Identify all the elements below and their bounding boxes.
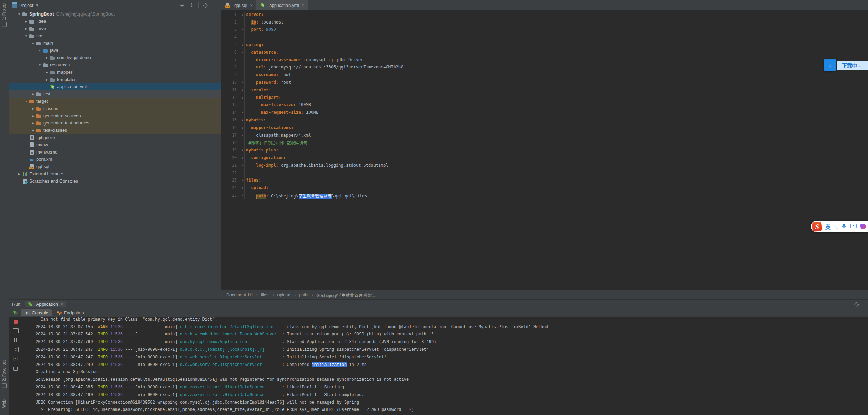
fold-marker-icon[interactable]: ∨	[239, 178, 246, 182]
chevron-right-icon[interactable]: ▶	[30, 129, 36, 132]
run-tab-application[interactable]: Application ×	[25, 301, 66, 307]
fold-marker-icon[interactable]: ∨	[239, 156, 246, 159]
tree-item-application-yml[interactable]: application.yml	[9, 83, 221, 90]
tree-item-generated-test-sources[interactable]: ▶generated-test-sources	[9, 119, 221, 127]
tree-item-mapper[interactable]: ▶mapper	[9, 68, 221, 76]
fold-marker-icon[interactable]: ∨	[239, 186, 246, 190]
fold-marker-icon[interactable]: ∨	[239, 148, 246, 152]
minimize-icon[interactable]: —	[859, 1, 865, 7]
breadcrumb-item[interactable]: files:	[261, 293, 270, 297]
breadcrumb-item[interactable]: G:\shejing\学生就业管理系统\...	[316, 292, 376, 298]
stop-icon[interactable]	[14, 320, 18, 324]
stripe-item-favorites[interactable]: 2: Favorites	[2, 360, 7, 388]
chevron-right-icon[interactable]: ▶	[30, 92, 36, 96]
stripe-item-project[interactable]: 1: Project	[2, 3, 7, 27]
locate-file-icon[interactable]: ⊕	[178, 2, 186, 8]
chevron-right-icon[interactable]: ▶	[30, 107, 36, 110]
fold-marker-icon[interactable]: ∧	[239, 194, 246, 197]
chevron-down-icon[interactable]: ▼	[37, 49, 43, 52]
tree-item-classes[interactable]: ▶classes	[9, 105, 221, 112]
tree-item-target[interactable]: ▼target	[9, 98, 221, 105]
sogou-logo-icon[interactable]: S	[812, 222, 822, 232]
fold-marker-icon[interactable]: ∨	[239, 13, 246, 16]
ime-punctuation-toggle[interactable]: ·,	[834, 224, 838, 230]
tree-item-label: qql.sql	[36, 164, 49, 169]
chevron-right-icon[interactable]: ▶	[44, 78, 50, 81]
tree-item-resources[interactable]: ▼resources	[9, 61, 221, 68]
tree-item-mvn[interactable]: ▶.mvn	[9, 25, 221, 32]
tree-item-mvnw-cmd[interactable]: mvnw.cmd	[9, 148, 221, 156]
tree-item-generated-sources[interactable]: ▶generated-sources	[9, 112, 221, 119]
keyboard-icon[interactable]	[850, 224, 857, 229]
hide-panel-icon[interactable]: —	[211, 2, 219, 8]
tab-endpoints[interactable]: Endpoints	[53, 309, 87, 316]
settings-icon[interactable]	[13, 357, 18, 361]
rerun-icon[interactable]: ↻	[11, 310, 20, 316]
tree-item-idea[interactable]: ▶.idea	[9, 18, 221, 25]
gear-icon[interactable]	[853, 301, 860, 307]
fold-marker-icon[interactable]: ∨	[239, 126, 246, 129]
chevron-right-icon[interactable]: ▶	[30, 114, 36, 118]
fold-marker-icon[interactable]: ∧	[239, 28, 246, 31]
close-icon[interactable]: ×	[250, 3, 253, 8]
editor-tab-qql-sql[interactable]: qql.sql ×	[221, 0, 256, 10]
close-icon[interactable]: ×	[60, 302, 63, 307]
tree-item-src[interactable]: ▼src	[9, 32, 221, 39]
tree-item-com-hy-qql-demo[interactable]: ▶com.hy.qql.demo	[9, 54, 221, 61]
breadcrumb-item[interactable]: path:	[299, 293, 309, 297]
fold-marker-icon[interactable]: ∨	[239, 96, 246, 99]
chevron-right-icon[interactable]: ▶	[44, 56, 50, 59]
chevron-down-icon[interactable]: ▼	[30, 42, 36, 45]
microphone-icon[interactable]	[841, 223, 847, 230]
tree-item-qql-sql[interactable]: qql.sql	[9, 163, 221, 170]
fold-marker-icon[interactable]: ∧	[239, 164, 246, 167]
fold-marker-icon[interactable]: ∧	[239, 111, 246, 114]
tree-item-main[interactable]: ▼main	[9, 39, 221, 47]
breadcrumb-item[interactable]: Document 1/1	[226, 293, 253, 297]
fold-marker-icon[interactable]: ∨	[239, 43, 246, 46]
chevron-down-icon[interactable]: ▼	[23, 100, 29, 103]
stripe-item-web[interactable]: Web	[2, 399, 7, 408]
fold-marker-icon[interactable]: ∧	[239, 81, 246, 84]
chevron-down-icon[interactable]: ▼	[16, 12, 22, 16]
console-output[interactable]: Can not find table primary key in Class:…	[21, 316, 868, 415]
gear-icon[interactable]	[201, 2, 209, 8]
tree-item-templates[interactable]: ▶templates	[9, 76, 221, 83]
chevron-down-icon[interactable]: ▼	[35, 3, 39, 7]
fold-marker-icon[interactable]: ∨	[239, 50, 246, 54]
chevron-right-icon[interactable]: ▶	[44, 71, 50, 74]
tree-item-label: .gitignore	[36, 135, 55, 140]
chevron-right-icon[interactable]: ▶	[23, 20, 29, 23]
tree-item-java[interactable]: ▼java	[9, 47, 221, 54]
pause-output-icon[interactable]	[13, 338, 18, 342]
ime-language-toggle[interactable]: 英	[825, 223, 831, 230]
tree-item-test-classes[interactable]: ▶test-classes	[9, 127, 221, 134]
chevron-right-icon[interactable]: ▶	[16, 172, 22, 176]
clear-icon[interactable]	[13, 367, 18, 371]
tree-item-external-libraries[interactable]: ▶External Libraries	[9, 170, 221, 177]
tree-item-gitignore[interactable]: .gitignore	[9, 134, 221, 141]
chevron-down-icon[interactable]: ▼	[23, 34, 29, 38]
restore-layout-icon[interactable]	[13, 328, 19, 333]
ime-skin-icon[interactable]	[860, 224, 866, 229]
fold-marker-icon[interactable]: ∧	[239, 133, 246, 137]
breadcrumb-item[interactable]: upload:	[277, 293, 292, 297]
tree-item-mvnw[interactable]: mvnw	[9, 141, 221, 148]
download-button[interactable]: ↓	[824, 59, 836, 71]
fold-marker-icon[interactable]: ∨	[239, 118, 246, 122]
tree-item-springboot[interactable]: ▼SpringBootG:\shejing\qql-qql\SpringBoot	[9, 10, 221, 18]
collapse-all-icon[interactable]: ⇕	[188, 2, 196, 8]
tree-item-scratches-and-consoles[interactable]: Scratches and Consoles	[9, 177, 221, 185]
code-editor[interactable]: 1∨server:2 ip: localhost3∧ port: 909045∨…	[221, 11, 868, 199]
chevron-down-icon[interactable]: ▼	[37, 63, 43, 67]
close-icon[interactable]: ×	[302, 3, 304, 8]
fold-marker-icon[interactable]: ∨	[239, 88, 246, 92]
screenshot-icon[interactable]	[13, 347, 19, 352]
editor-tab-application-yml[interactable]: application.yml ×	[256, 0, 308, 10]
tree-item-test[interactable]: ▶test	[9, 90, 221, 98]
tab-console[interactable]: ▶ Console	[21, 309, 52, 316]
tree-item-pom-xml[interactable]: mpom.xml	[9, 156, 221, 163]
chevron-right-icon[interactable]: ▶	[30, 121, 36, 125]
chevron-right-icon[interactable]: ▶	[23, 27, 29, 30]
project-panel-title[interactable]: Project	[19, 3, 33, 8]
